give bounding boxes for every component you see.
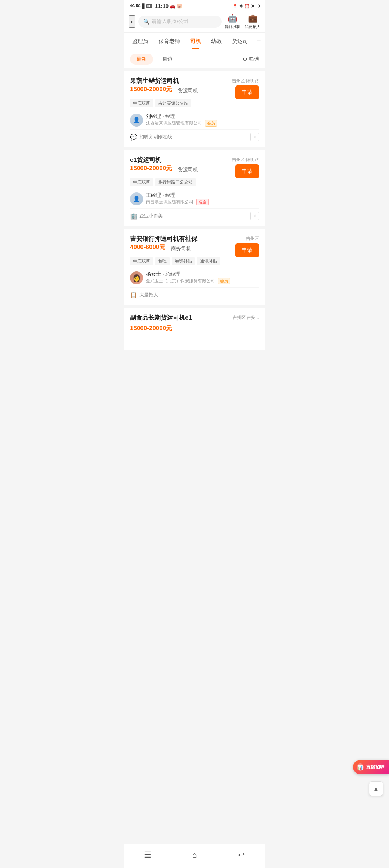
- apply-button-2[interactable]: 申请: [235, 164, 259, 178]
- tag-2-1: 步行街路口公交站: [155, 178, 196, 186]
- recruiter-info-3: 👩 杨女士 · 总经理 金武卫士（北京）保安服务有限公司 会员: [130, 271, 259, 284]
- filter-label: 筛选: [249, 56, 259, 62]
- company-name-2: 南昌易运供应链有限公司: [146, 199, 193, 204]
- signal-bars: ▊: [142, 4, 145, 9]
- job-card-2: c1货运司机 15000-20000元 · 货运司机 年底双薪 步行街路口公交站…: [124, 150, 265, 226]
- battery-icon: [251, 4, 259, 8]
- face-icon: 🐷: [176, 3, 182, 9]
- company-name-1: 江西运来供应链管理有限公司: [146, 120, 202, 125]
- footer-status-3: 大量招人: [139, 292, 158, 298]
- tab-driver[interactable]: 司机: [185, 34, 206, 49]
- tag-3-1: 包吃: [155, 257, 170, 265]
- signal-5g: 5G: [136, 4, 140, 8]
- recruiter-title-1: 经理: [165, 113, 175, 119]
- car-icon: 🚗: [170, 3, 175, 9]
- hire-button[interactable]: 💼 我要招人: [245, 13, 260, 30]
- search-icon: 🔍: [143, 19, 149, 25]
- job-card-4: 副食品长期货运司机c1 吉州区·吉安... 15000-20000元: [124, 308, 265, 350]
- search-bar[interactable]: 🔍 请输入职位/公司: [138, 15, 222, 28]
- member-badge-1: 会员: [205, 120, 217, 127]
- status-left: 4G 5G ▊ HD 11:19 🚗 🐷: [130, 3, 182, 9]
- job-location-2: 吉州区·阳明路: [232, 157, 259, 163]
- search-placeholder: 请输入职位/公司: [152, 18, 188, 25]
- job-card-1: 果蔬生鲜货运司机 15000-20000元 · 货运司机 年底双薪 吉州宾馆公交…: [124, 71, 265, 147]
- alarm-icon: ⏰: [244, 4, 250, 9]
- job-location-1: 吉州区·阳明路: [232, 78, 259, 84]
- avatar-2: 👤: [130, 192, 143, 205]
- job-tags-2: 年底双薪 步行街路口公交站: [130, 178, 198, 186]
- tag-3-0: 年底双薪: [130, 257, 153, 265]
- chat-icon-1: 💬: [130, 134, 137, 141]
- header: ‹ 🔍 请输入职位/公司 🤖 智能求职 💼 我要招人: [124, 10, 265, 33]
- jobs-list: 果蔬生鲜货运司机 15000-20000元 · 货运司机 年底双薪 吉州宾馆公交…: [124, 71, 265, 355]
- tab-childcare[interactable]: 保育老师: [153, 34, 185, 49]
- close-btn-1[interactable]: ×: [250, 133, 259, 141]
- recruiter-dot-1: ·: [162, 113, 165, 119]
- ai-job-label: 智能求职: [224, 24, 240, 30]
- status-bar: 4G 5G ▊ HD 11:19 🚗 🐷 📍 ✱ ⏰: [124, 0, 265, 10]
- job-salary-1: 15000-20000元: [130, 85, 172, 93]
- job-title-3: 吉安银行押送司机有社保: [130, 235, 230, 243]
- job-salary-2: 15000-20000元: [130, 164, 172, 172]
- recruiter-info-1: 👤 刘经理 · 经理 江西运来供应链管理有限公司 会员: [130, 113, 259, 127]
- tag-1-1: 吉州宾馆公交站: [155, 99, 191, 107]
- footer-status-2: 企业小而美: [139, 213, 163, 219]
- company-name-3: 金武卫士（北京）保安服务有限公司: [146, 278, 215, 283]
- back-button[interactable]: ‹: [129, 15, 135, 28]
- job-footer-1: 💬 招聘方刚刚在线 ×: [130, 129, 259, 141]
- member-badge-3: 会员: [218, 278, 230, 284]
- add-tab-button[interactable]: +: [253, 33, 265, 50]
- tag-1-0: 年底双薪: [130, 99, 153, 107]
- tab-freight[interactable]: 货运司: [227, 34, 253, 49]
- tab-supervisor[interactable]: 监理员: [127, 34, 153, 49]
- job-location-3: 吉州区: [246, 236, 259, 242]
- ai-job-button[interactable]: 🤖 智能求职: [224, 13, 240, 30]
- close-btn-2[interactable]: ×: [250, 212, 259, 220]
- filter-tabs: 最新 周边: [130, 54, 179, 65]
- recruiter-info-2: 👤 王经理 · 经理 南昌易运供应链有限公司 名企: [130, 192, 259, 205]
- ai-job-icon: 🤖: [227, 13, 237, 23]
- bluetooth-icon: ✱: [239, 4, 243, 9]
- job-title-4: 副食品长期货运司机c1: [130, 314, 192, 322]
- recruiter-name-1: 刘经理: [146, 113, 161, 119]
- recruiter-title-3: 总经理: [165, 271, 180, 277]
- apply-button-1[interactable]: 申请: [235, 85, 259, 99]
- recruiter-title-2: 经理: [165, 192, 175, 198]
- tab-preschool[interactable]: 幼教: [206, 34, 227, 49]
- tag-2-0: 年底双薪: [130, 178, 153, 186]
- company-icon-2: 🏢: [130, 213, 137, 220]
- signal-4g: 4G: [130, 4, 135, 8]
- time-display: 11:19: [155, 3, 169, 9]
- job-title-1: 果蔬生鲜货运司机: [130, 77, 198, 85]
- category-tabs: 监理员 保育老师 司机 幼教 货运司 +: [124, 33, 265, 50]
- status-right: 📍 ✱ ⏰: [232, 4, 259, 9]
- tag-3-3: 通讯补贴: [197, 257, 220, 265]
- job-title-2: c1货运司机: [130, 156, 198, 164]
- famous-badge-2: 名企: [196, 199, 209, 205]
- footer-status-1: 招聘方刚刚在线: [139, 134, 172, 140]
- job-type-3: 商务司机: [171, 245, 191, 252]
- avatar-3: 👩: [130, 271, 143, 284]
- latest-tab[interactable]: 最新: [130, 54, 153, 65]
- tag-3-2: 加班补贴: [172, 257, 195, 265]
- list-icon-3: 📋: [130, 292, 137, 298]
- job-type-2: 货运司机: [178, 167, 198, 173]
- job-footer-2: 🏢 企业小而美 ×: [130, 208, 259, 220]
- recruiter-dot-2: ·: [162, 192, 165, 198]
- job-type-1: 货运司机: [178, 88, 198, 94]
- avatar-1: 👤: [130, 114, 143, 127]
- apply-button-3[interactable]: 申请: [235, 243, 259, 257]
- hd-icon: HD: [146, 4, 152, 8]
- hire-icon: 💼: [247, 13, 258, 23]
- filter-bar: 最新 周边 ⚙ 筛选: [124, 50, 265, 68]
- nearby-tab[interactable]: 周边: [156, 54, 179, 65]
- hire-label: 我要招人: [245, 24, 260, 30]
- filter-button[interactable]: ⚙ 筛选: [243, 56, 259, 62]
- job-tags-3: 年底双薪 包吃 加班补贴 通讯补贴: [130, 257, 230, 265]
- job-salary-3: 4000-6000元: [130, 243, 165, 251]
- job-tags-1: 年底双薪 吉州宾馆公交站: [130, 99, 198, 107]
- job-salary-4: 15000-20000元: [130, 324, 172, 332]
- recruiter-name-2: 王经理: [146, 192, 161, 198]
- header-actions: 🤖 智能求职 💼 我要招人: [224, 13, 260, 30]
- recruiter-dot-3: ·: [162, 271, 165, 277]
